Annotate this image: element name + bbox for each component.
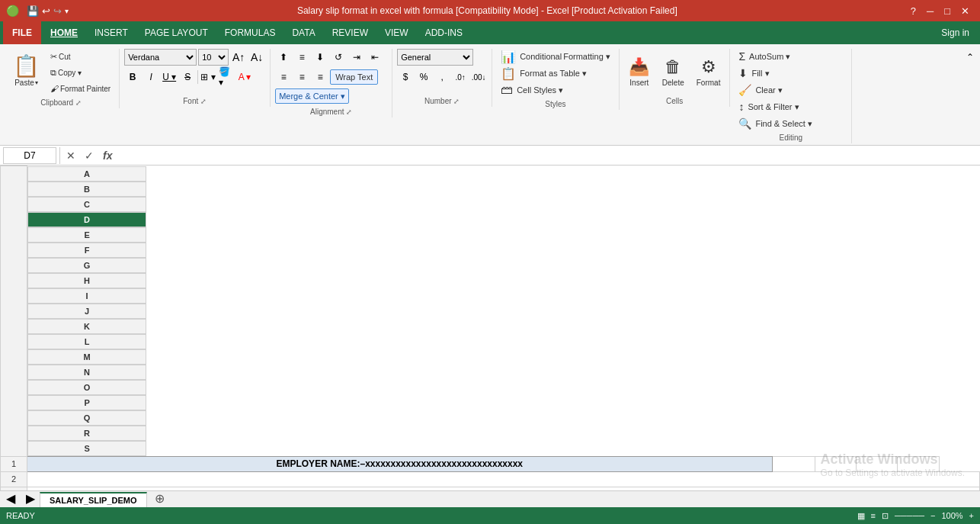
col-header-M[interactable]: M [27, 349, 146, 365]
font-color-btn[interactable]: A ▾ [236, 69, 253, 85]
text-direction-btn[interactable]: ↺ [330, 49, 347, 66]
redo-title[interactable]: ↪ [53, 5, 62, 17]
underline-btn[interactable]: U ▾ [161, 69, 178, 85]
borders-btn[interactable]: ⊞ ▾ [200, 69, 216, 85]
increase-decimal-btn[interactable]: .0↑ [452, 69, 469, 85]
cell-Q1[interactable] [815, 456, 856, 471]
col-header-Q[interactable]: Q [27, 410, 146, 426]
format-as-table-button[interactable]: 📋 Format as Table ▾ [497, 66, 591, 81]
col-header-J[interactable]: J [27, 304, 146, 319]
ribbon-expand-btn[interactable]: ⌃ [963, 49, 977, 66]
align-top-btn[interactable]: ⬆ [275, 49, 292, 66]
col-header-O[interactable]: O [27, 380, 146, 395]
col-header-L[interactable]: L [27, 334, 146, 349]
col-header-I[interactable]: I [27, 288, 146, 304]
name-box[interactable]: D7 [3, 147, 56, 164]
zoom-out-btn[interactable]: − [930, 511, 935, 520]
col-header-G[interactable]: G [27, 258, 146, 273]
menu-page-layout[interactable]: PAGE LAYOUT [137, 21, 216, 44]
cell-P1[interactable] [772, 456, 815, 471]
function-btn[interactable]: fx [100, 148, 115, 163]
align-right-btn[interactable]: ≡ [312, 69, 328, 85]
comma-btn[interactable]: , [434, 69, 450, 85]
insert-button[interactable]: 📥 Insert [624, 49, 655, 95]
quick-save[interactable]: 💾 [27, 5, 39, 17]
col-header-C[interactable]: C [27, 197, 146, 212]
decrease-decimal-btn[interactable]: .00↓ [470, 69, 487, 85]
menu-data[interactable]: DATA [284, 21, 322, 44]
add-sheet-btn[interactable]: ⊕ [149, 490, 171, 507]
align-middle-btn[interactable]: ≡ [293, 49, 310, 66]
normal-view-btn[interactable]: ≡ [871, 511, 876, 520]
confirm-formula-btn[interactable]: ✓ [82, 148, 97, 163]
close-btn[interactable]: ✕ [956, 5, 974, 17]
clear-button[interactable]: 🧹 Clear ▾ [735, 82, 786, 98]
currency-btn[interactable]: $ [397, 69, 414, 85]
number-format-select[interactable]: General [397, 49, 473, 66]
formula-input[interactable] [118, 147, 977, 164]
italic-btn[interactable]: I [143, 69, 159, 85]
minimize-btn[interactable]: ─ [922, 5, 938, 17]
delete-button[interactable]: 🗑 Delete [658, 49, 689, 95]
menu-formulas[interactable]: FORMULAS [217, 21, 283, 44]
col-header-P[interactable]: P [27, 395, 146, 410]
menu-home[interactable]: HOME [43, 21, 85, 44]
nav-left-btn[interactable]: ◀ [3, 490, 18, 507]
col-header-A[interactable]: A [27, 166, 146, 182]
menu-insert[interactable]: INSERT [87, 21, 136, 44]
cell-R1[interactable] [856, 456, 897, 471]
zoom-in-btn[interactable]: + [969, 511, 974, 520]
cell-A2[interactable] [27, 471, 980, 487]
menu-review[interactable]: REVIEW [325, 21, 376, 44]
col-header-N[interactable]: N [27, 365, 146, 380]
cancel-formula-btn[interactable]: ✕ [63, 148, 78, 163]
cut-button[interactable]: ✂ Cut [46, 49, 114, 64]
align-bottom-btn[interactable]: ⬇ [312, 49, 328, 66]
help-btn[interactable]: ? [906, 5, 921, 17]
menu-file[interactable]: FILE [3, 21, 41, 44]
grid-scroll[interactable]: A B C D E F G H I J K L M N O P Q [0, 166, 980, 524]
col-header-R[interactable]: R [27, 426, 146, 441]
col-header-E[interactable]: E [27, 227, 146, 243]
cell-S1[interactable] [898, 456, 939, 471]
menu-addins[interactable]: ADD-INS [418, 21, 470, 44]
decrease-font-btn[interactable]: A↓ [248, 49, 265, 66]
menu-view[interactable]: VIEW [377, 21, 416, 44]
bold-btn[interactable]: B [124, 69, 141, 85]
fill-color-btn[interactable]: 🪣 ▾ [218, 69, 235, 85]
font-name-select[interactable]: Verdana [124, 49, 197, 66]
undo-title[interactable]: ↩ [42, 5, 50, 17]
align-center-btn[interactable]: ≡ [293, 69, 310, 85]
cell-A1[interactable]: EMPLOYER NAME:–xxxxxxxxxxxxxxxxxxxxxxxxx… [27, 456, 773, 471]
format-button[interactable]: ⚙ Format [692, 49, 725, 95]
indent-increase-btn[interactable]: ⇥ [348, 49, 365, 66]
col-header-B[interactable]: B [27, 182, 146, 197]
sort-button[interactable]: ↕ Sort & Filter ▾ [735, 99, 802, 114]
find-select-button[interactable]: 🔍 Find & Select ▾ [735, 116, 815, 131]
col-header-K[interactable]: K [27, 319, 146, 334]
autosum-button[interactable]: Σ AutoSum ▾ [735, 49, 794, 64]
paste-button[interactable]: 📋 Paste ▾ [8, 49, 45, 91]
page-break-btn[interactable]: ⊡ [882, 511, 889, 521]
indent-decrease-btn[interactable]: ⇤ [367, 49, 383, 66]
wrap-text-button[interactable]: Wrap Text [330, 69, 378, 85]
fill-button[interactable]: ⬇ Fill ▾ [735, 66, 773, 81]
sheet-tab-salary-slip[interactable]: SALARY_SLIP_DEMO [40, 492, 147, 507]
col-header-H[interactable]: H [27, 273, 146, 288]
copy-button[interactable]: ⧉ Copy ▾ [46, 65, 114, 80]
align-left-btn[interactable]: ≡ [275, 69, 292, 85]
format-painter-button[interactable]: 🖌 Format Painter [46, 81, 114, 96]
page-layout-btn[interactable]: ▦ [857, 511, 865, 521]
cell-styles-button[interactable]: 🗃 Cell Styles ▾ [497, 82, 567, 98]
font-size-select[interactable]: 10 [198, 49, 229, 66]
col-header-D[interactable]: D [27, 212, 146, 227]
strikethrough-btn[interactable]: S [179, 69, 196, 85]
percent-btn[interactable]: % [415, 69, 432, 85]
increase-font-btn[interactable]: A↑ [230, 49, 247, 66]
merge-center-button[interactable]: Merge & Center ▾ [275, 88, 349, 104]
maximize-btn[interactable]: □ [940, 5, 955, 17]
col-header-F[interactable]: F [27, 243, 146, 258]
conditional-formatting-button[interactable]: 📊 Conditional Formatting ▾ [497, 49, 614, 64]
col-header-S[interactable]: S [27, 441, 146, 456]
nav-right-btn[interactable]: ▶ [23, 490, 38, 507]
